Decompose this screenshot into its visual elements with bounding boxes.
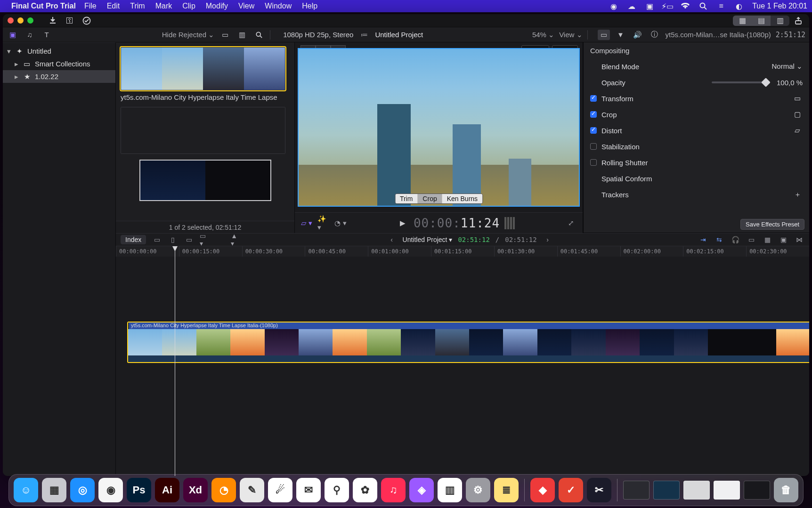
search-icon[interactable]	[698, 1, 708, 11]
browser-clip-3[interactable]	[139, 160, 271, 201]
sidebar-library[interactable]: ▾ ✦ Untitled	[3, 45, 115, 57]
insp-distort[interactable]: Distort ▱	[584, 122, 809, 138]
siri-icon[interactable]: ◐	[734, 1, 744, 11]
timecode-display[interactable]: 00:00:11:24	[414, 216, 500, 230]
menu-file[interactable]: File	[84, 2, 97, 10]
play-icon[interactable]: ▶	[397, 218, 409, 228]
dock-minimized-window[interactable]	[714, 481, 740, 500]
app-menu[interactable]: Final Cut Pro Trial	[11, 2, 76, 10]
append-clip-icon[interactable]: ▭	[184, 235, 194, 244]
control-center-icon[interactable]: ≡	[716, 1, 726, 11]
dock-app-xd[interactable]: Xd	[183, 478, 208, 502]
fullscreen-icon[interactable]: ⤢	[565, 218, 577, 228]
insp-opacity[interactable]: Opacity 100,0 %	[584, 74, 809, 90]
dock-app-settings[interactable]: ⚙	[466, 478, 490, 502]
crop-tab-crop[interactable]: Crop	[418, 194, 442, 203]
add-tracker-icon[interactable]: ＋	[792, 190, 803, 199]
dock-app-anydesk[interactable]: ◆	[530, 478, 555, 502]
connect-clip-icon[interactable]: ▭	[152, 235, 162, 244]
distort-checkbox[interactable]	[590, 127, 597, 134]
insp-blend-mode[interactable]: Blend Mode Normal ⌄	[584, 58, 809, 74]
browser-clip-2[interactable]	[121, 107, 290, 154]
dock-app-messenger[interactable]: ☄	[268, 478, 292, 502]
sidebar-event[interactable]: ▸ ★ 1.02.22	[3, 70, 115, 83]
workspace-layout-segmented[interactable]: ▦ ▤ ▥	[733, 16, 789, 26]
insp-crop[interactable]: Crop ▢	[584, 106, 809, 122]
layout-timeline-icon[interactable]: ▤	[752, 16, 771, 26]
dock-trash[interactable]: 🗑	[774, 478, 798, 502]
menu-edit[interactable]: Edit	[107, 2, 120, 10]
dock-app-mail[interactable]: ✉	[296, 478, 321, 502]
audio-skimming-icon[interactable]: 🎧	[730, 235, 740, 244]
squares-icon[interactable]: ▣	[645, 1, 654, 11]
menu-clip[interactable]: Clip	[182, 2, 195, 10]
transform-onscreen-icon[interactable]: ▭	[792, 94, 803, 103]
dock-app-music[interactable]: ♫	[381, 478, 406, 502]
viewer-zoom[interactable]: 54% ⌄	[532, 31, 554, 39]
dock-minimized-window[interactable]	[623, 481, 650, 500]
effects-browser-icon[interactable]: ▣	[778, 235, 788, 244]
stabilization-checkbox[interactable]	[590, 143, 597, 150]
crop-tab-trim[interactable]: Trim	[395, 194, 418, 203]
dock-app-maps[interactable]: ⚲	[325, 478, 349, 502]
timeline-appearance-icon[interactable]: ▦	[762, 235, 772, 244]
dock-app-chrome[interactable]: ◉	[98, 478, 123, 502]
dock-app-photos[interactable]: ✿	[353, 478, 377, 502]
menu-modify[interactable]: Modify	[206, 2, 228, 10]
insp-trackers[interactable]: Trackers ＋	[584, 186, 809, 202]
menu-window[interactable]: Window	[265, 2, 292, 10]
menubar-clock[interactable]: Tue 1 Feb 20:01	[752, 2, 807, 10]
crop-checkbox[interactable]	[590, 111, 597, 118]
insp-audio-tab-icon[interactable]: 🔊	[632, 30, 644, 40]
dock-app-notes[interactable]: ≣	[494, 478, 519, 502]
transform-tool-icon[interactable]: ▱ ▾	[300, 218, 313, 228]
dock-app-finder[interactable]: ☺	[14, 478, 38, 502]
rolling-shutter-checkbox[interactable]	[590, 159, 597, 166]
crop-onscreen-icon[interactable]: ▢	[792, 110, 803, 119]
overwrite-clip-icon[interactable]: ▭ ▾	[200, 235, 210, 244]
insp-video-tab-icon[interactable]: ▭	[598, 30, 610, 40]
insp-info-tab-icon[interactable]: ⓘ	[649, 30, 661, 40]
dock-app-finalcut[interactable]: ✂	[587, 478, 611, 502]
snapping-icon[interactable]: ⇥	[698, 235, 708, 244]
clip-appearance-icon[interactable]: ▭	[219, 30, 231, 40]
dock-app-safari[interactable]: ◎	[70, 478, 95, 502]
menu-view[interactable]: View	[238, 2, 254, 10]
crop-tab-kenburns[interactable]: Ken Burns	[442, 194, 482, 203]
timeline[interactable]: 00:00:00:00 00:00:15:00 00:00:30:00 00:0…	[116, 246, 809, 476]
browser-search-icon[interactable]	[253, 30, 265, 40]
timeline-clip[interactable]: yt5s.com-Milano City Hyperlapse Italy Ti…	[127, 322, 809, 363]
minimize-window-button[interactable]	[17, 17, 24, 24]
dock-minimized-window[interactable]	[653, 481, 680, 500]
photos-audio-icon[interactable]: ♫	[24, 30, 36, 40]
dock-minimized-window[interactable]	[744, 481, 770, 500]
dock-app-sketch[interactable]: ✎	[240, 478, 264, 502]
menu-help[interactable]: Help	[302, 2, 317, 10]
transitions-browser-icon[interactable]: ⋈	[794, 235, 804, 244]
dock-app-launchpad[interactable]: ▦	[42, 478, 66, 502]
sidebar-smart-collections[interactable]: ▸ ▭ Smart Collections	[3, 57, 115, 70]
enhance-tool-icon[interactable]: ✨ ▾	[317, 218, 330, 228]
dock-app-blender[interactable]: ◔	[211, 478, 236, 502]
library-icon[interactable]: ▣	[7, 30, 19, 40]
insp-stabilization[interactable]: Stabilization	[584, 138, 809, 154]
dock-app-illustrator[interactable]: Ai	[155, 478, 179, 502]
timeline-project-name[interactable]: Untitled Project ▾	[403, 236, 453, 243]
retime-tool-icon[interactable]: ◔ ▾	[334, 218, 347, 228]
close-window-button[interactable]	[8, 17, 14, 24]
insp-transform[interactable]: Transform ▭	[584, 90, 809, 106]
save-effects-preset-button[interactable]: Save Effects Preset	[740, 219, 804, 230]
dock-app-podcasts[interactable]: ◈	[409, 478, 434, 502]
titles-generators-icon[interactable]: T	[41, 30, 53, 40]
skimming-icon[interactable]: ⇆	[714, 235, 724, 244]
battery-icon[interactable]: ⚡︎▭	[663, 1, 672, 11]
import-icon[interactable]	[47, 16, 59, 26]
solo-icon[interactable]: ▭	[746, 235, 756, 244]
clip-grouping-icon[interactable]: ▥	[236, 30, 248, 40]
timeline-ruler[interactable]: 00:00:00:00 00:00:15:00 00:00:30:00 00:0…	[116, 246, 809, 257]
dock-minimized-window[interactable]	[683, 481, 710, 500]
opacity-slider[interactable]	[712, 81, 768, 83]
filter-hide-rejected[interactable]: Hide Rejected ⌄	[162, 31, 214, 39]
opacity-value[interactable]: 100,0 %	[777, 79, 803, 87]
dock-app-todoist[interactable]: ✓	[559, 478, 583, 502]
